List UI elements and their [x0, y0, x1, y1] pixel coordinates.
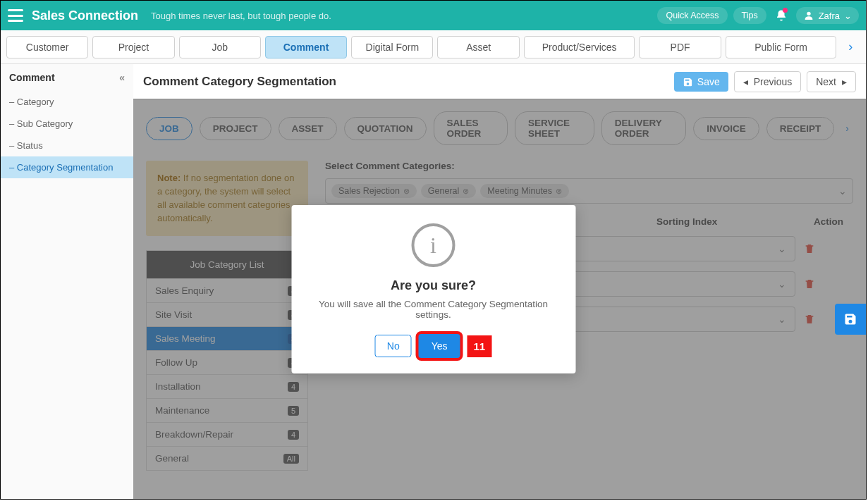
nav-item-category-segmentation[interactable]: – Category Segmentation [1, 156, 133, 178]
module-tab-pdf[interactable]: PDF [639, 36, 721, 58]
previous-button[interactable]: ◂ Previous [734, 71, 801, 92]
module-tabs-row: Customer Project Job Comment Digital For… [1, 30, 866, 64]
module-tab-job[interactable]: Job [179, 36, 261, 58]
nav-item-status[interactable]: – Status [1, 135, 133, 156]
info-icon: i [412, 223, 456, 267]
modal-title: Are you sure? [308, 278, 558, 293]
modal-yes-button[interactable]: Yes [419, 334, 460, 358]
save-button[interactable]: Save [674, 72, 728, 92]
hamburger-icon[interactable] [8, 9, 23, 22]
modal-subtitle: You will save all the Comment Category S… [308, 299, 558, 320]
page-title: Comment Category Segmentation [143, 75, 336, 89]
modal-no-button[interactable]: No [375, 335, 412, 357]
tips-button[interactable]: Tips [733, 7, 766, 24]
nav-item-category[interactable]: – Category [1, 91, 133, 113]
annotation-marker: 11 [467, 335, 492, 357]
notification-dot-icon [783, 8, 788, 13]
top-bar: Sales Connection Tough times never last,… [1, 1, 866, 30]
user-icon [803, 10, 814, 21]
save-icon [683, 77, 693, 87]
module-tab-customer[interactable]: Customer [6, 36, 88, 58]
chevron-right-icon: ▸ [842, 76, 847, 87]
module-tab-digital-form[interactable]: Digital Form [351, 36, 433, 58]
left-nav-title: Comment [9, 72, 55, 83]
module-tab-project[interactable]: Project [92, 36, 174, 58]
app-tagline: Tough times never last, but tough people… [151, 11, 331, 21]
collapse-nav-icon[interactable]: « [119, 72, 125, 83]
app-brand: Sales Connection [32, 8, 138, 23]
module-tab-product-services[interactable]: Product/Services [524, 36, 635, 58]
module-tab-public-form[interactable]: Public Form [726, 36, 837, 58]
notifications-button[interactable] [772, 6, 790, 25]
chevron-left-icon: ◂ [743, 76, 748, 87]
user-name: Zafra [819, 11, 840, 21]
module-scroll-right-button[interactable]: › [841, 37, 860, 58]
svg-point-0 [807, 12, 810, 16]
next-button[interactable]: Next ▸ [807, 71, 856, 92]
save-icon [843, 312, 857, 326]
chevron-down-icon: ⌄ [844, 11, 852, 21]
confirm-modal: i Are you sure? You will save all the Co… [291, 205, 575, 373]
module-tab-comment[interactable]: Comment [265, 36, 347, 58]
floating-save-button[interactable] [835, 304, 866, 335]
nav-item-sub-category[interactable]: – Sub Category [1, 113, 133, 135]
quick-access-button[interactable]: Quick Access [657, 7, 727, 24]
left-nav: Comment « – Category – Sub Category – St… [1, 64, 133, 499]
user-menu[interactable]: Zafra ⌄ [796, 7, 859, 24]
module-tab-asset[interactable]: Asset [437, 36, 519, 58]
